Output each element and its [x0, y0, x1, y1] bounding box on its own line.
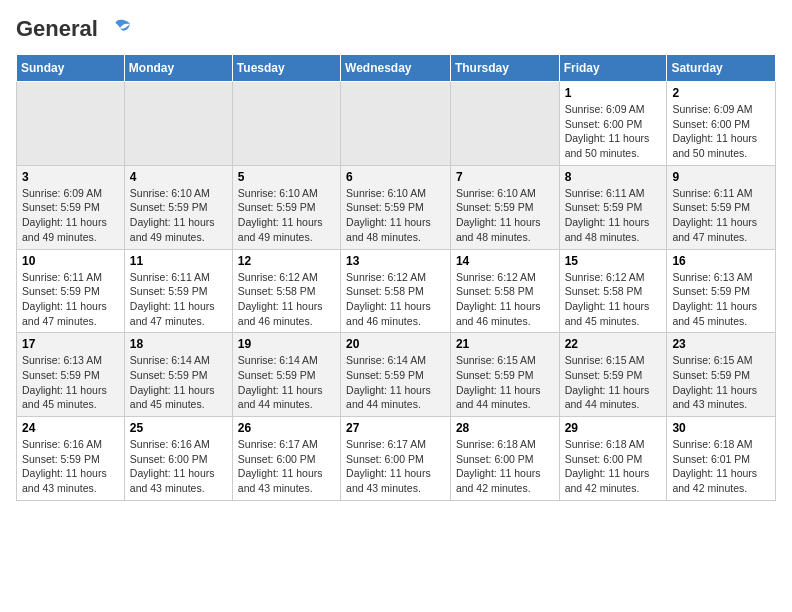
day-info: Sunrise: 6:11 AM Sunset: 5:59 PM Dayligh…: [22, 270, 119, 329]
calendar-day-cell: 10Sunrise: 6:11 AM Sunset: 5:59 PM Dayli…: [17, 249, 125, 333]
day-number: 18: [130, 337, 227, 351]
day-number: 19: [238, 337, 335, 351]
calendar-day-cell: 4Sunrise: 6:10 AM Sunset: 5:59 PM Daylig…: [124, 165, 232, 249]
calendar-header-row: SundayMondayTuesdayWednesdayThursdayFrid…: [17, 55, 776, 82]
day-info: Sunrise: 6:09 AM Sunset: 6:00 PM Dayligh…: [672, 102, 770, 161]
calendar-day-cell: 13Sunrise: 6:12 AM Sunset: 5:58 PM Dayli…: [341, 249, 451, 333]
day-info: Sunrise: 6:15 AM Sunset: 5:59 PM Dayligh…: [672, 353, 770, 412]
day-number: 25: [130, 421, 227, 435]
day-info: Sunrise: 6:10 AM Sunset: 5:59 PM Dayligh…: [346, 186, 445, 245]
calendar-day-cell: 1Sunrise: 6:09 AM Sunset: 6:00 PM Daylig…: [559, 82, 667, 166]
day-number: 10: [22, 254, 119, 268]
day-number: 22: [565, 337, 662, 351]
day-info: Sunrise: 6:13 AM Sunset: 5:59 PM Dayligh…: [672, 270, 770, 329]
calendar-day-cell: 22Sunrise: 6:15 AM Sunset: 5:59 PM Dayli…: [559, 333, 667, 417]
day-header-sunday: Sunday: [17, 55, 125, 82]
calendar-day-cell: 12Sunrise: 6:12 AM Sunset: 5:58 PM Dayli…: [232, 249, 340, 333]
day-header-saturday: Saturday: [667, 55, 776, 82]
calendar-week-row: 10Sunrise: 6:11 AM Sunset: 5:59 PM Dayli…: [17, 249, 776, 333]
day-info: Sunrise: 6:16 AM Sunset: 6:00 PM Dayligh…: [130, 437, 227, 496]
calendar-day-cell: 29Sunrise: 6:18 AM Sunset: 6:00 PM Dayli…: [559, 417, 667, 501]
day-number: 2: [672, 86, 770, 100]
day-info: Sunrise: 6:10 AM Sunset: 5:59 PM Dayligh…: [456, 186, 554, 245]
calendar-day-cell: 11Sunrise: 6:11 AM Sunset: 5:59 PM Dayli…: [124, 249, 232, 333]
day-number: 30: [672, 421, 770, 435]
day-info: Sunrise: 6:11 AM Sunset: 5:59 PM Dayligh…: [672, 186, 770, 245]
calendar-week-row: 1Sunrise: 6:09 AM Sunset: 6:00 PM Daylig…: [17, 82, 776, 166]
calendar-day-cell: 2Sunrise: 6:09 AM Sunset: 6:00 PM Daylig…: [667, 82, 776, 166]
calendar-day-cell: 15Sunrise: 6:12 AM Sunset: 5:58 PM Dayli…: [559, 249, 667, 333]
day-number: 12: [238, 254, 335, 268]
day-number: 21: [456, 337, 554, 351]
day-number: 8: [565, 170, 662, 184]
day-number: 16: [672, 254, 770, 268]
day-number: 17: [22, 337, 119, 351]
day-info: Sunrise: 6:12 AM Sunset: 5:58 PM Dayligh…: [456, 270, 554, 329]
calendar-day-cell: 5Sunrise: 6:10 AM Sunset: 5:59 PM Daylig…: [232, 165, 340, 249]
calendar-day-cell: 23Sunrise: 6:15 AM Sunset: 5:59 PM Dayli…: [667, 333, 776, 417]
day-info: Sunrise: 6:15 AM Sunset: 5:59 PM Dayligh…: [456, 353, 554, 412]
calendar-day-cell: 30Sunrise: 6:18 AM Sunset: 6:01 PM Dayli…: [667, 417, 776, 501]
calendar-day-cell: 14Sunrise: 6:12 AM Sunset: 5:58 PM Dayli…: [450, 249, 559, 333]
day-number: 20: [346, 337, 445, 351]
day-info: Sunrise: 6:09 AM Sunset: 6:00 PM Dayligh…: [565, 102, 662, 161]
calendar-day-cell: 9Sunrise: 6:11 AM Sunset: 5:59 PM Daylig…: [667, 165, 776, 249]
day-number: 29: [565, 421, 662, 435]
calendar-day-cell: 3Sunrise: 6:09 AM Sunset: 5:59 PM Daylig…: [17, 165, 125, 249]
day-number: 9: [672, 170, 770, 184]
calendar-day-cell: 20Sunrise: 6:14 AM Sunset: 5:59 PM Dayli…: [341, 333, 451, 417]
day-number: 13: [346, 254, 445, 268]
day-number: 14: [456, 254, 554, 268]
day-info: Sunrise: 6:12 AM Sunset: 5:58 PM Dayligh…: [565, 270, 662, 329]
day-info: Sunrise: 6:14 AM Sunset: 5:59 PM Dayligh…: [130, 353, 227, 412]
day-header-thursday: Thursday: [450, 55, 559, 82]
day-header-tuesday: Tuesday: [232, 55, 340, 82]
calendar-day-cell: 21Sunrise: 6:15 AM Sunset: 5:59 PM Dayli…: [450, 333, 559, 417]
day-info: Sunrise: 6:09 AM Sunset: 5:59 PM Dayligh…: [22, 186, 119, 245]
calendar-day-cell: 19Sunrise: 6:14 AM Sunset: 5:59 PM Dayli…: [232, 333, 340, 417]
day-number: 26: [238, 421, 335, 435]
day-number: 7: [456, 170, 554, 184]
logo: General: [16, 16, 132, 42]
day-info: Sunrise: 6:13 AM Sunset: 5:59 PM Dayligh…: [22, 353, 119, 412]
day-info: Sunrise: 6:15 AM Sunset: 5:59 PM Dayligh…: [565, 353, 662, 412]
calendar-week-row: 24Sunrise: 6:16 AM Sunset: 5:59 PM Dayli…: [17, 417, 776, 501]
calendar-table: SundayMondayTuesdayWednesdayThursdayFrid…: [16, 54, 776, 501]
day-info: Sunrise: 6:18 AM Sunset: 6:01 PM Dayligh…: [672, 437, 770, 496]
day-info: Sunrise: 6:10 AM Sunset: 5:59 PM Dayligh…: [238, 186, 335, 245]
day-info: Sunrise: 6:12 AM Sunset: 5:58 PM Dayligh…: [346, 270, 445, 329]
day-info: Sunrise: 6:11 AM Sunset: 5:59 PM Dayligh…: [130, 270, 227, 329]
calendar-day-cell: 25Sunrise: 6:16 AM Sunset: 6:00 PM Dayli…: [124, 417, 232, 501]
day-info: Sunrise: 6:11 AM Sunset: 5:59 PM Dayligh…: [565, 186, 662, 245]
day-info: Sunrise: 6:14 AM Sunset: 5:59 PM Dayligh…: [238, 353, 335, 412]
calendar-day-cell: 18Sunrise: 6:14 AM Sunset: 5:59 PM Dayli…: [124, 333, 232, 417]
calendar-day-cell: 28Sunrise: 6:18 AM Sunset: 6:00 PM Dayli…: [450, 417, 559, 501]
day-info: Sunrise: 6:18 AM Sunset: 6:00 PM Dayligh…: [456, 437, 554, 496]
day-info: Sunrise: 6:10 AM Sunset: 5:59 PM Dayligh…: [130, 186, 227, 245]
day-info: Sunrise: 6:17 AM Sunset: 6:00 PM Dayligh…: [238, 437, 335, 496]
calendar-day-cell: 6Sunrise: 6:10 AM Sunset: 5:59 PM Daylig…: [341, 165, 451, 249]
day-number: 5: [238, 170, 335, 184]
calendar-day-cell: 7Sunrise: 6:10 AM Sunset: 5:59 PM Daylig…: [450, 165, 559, 249]
calendar-week-row: 3Sunrise: 6:09 AM Sunset: 5:59 PM Daylig…: [17, 165, 776, 249]
day-number: 11: [130, 254, 227, 268]
logo-general-text: General: [16, 16, 98, 42]
day-number: 24: [22, 421, 119, 435]
day-info: Sunrise: 6:14 AM Sunset: 5:59 PM Dayligh…: [346, 353, 445, 412]
day-header-monday: Monday: [124, 55, 232, 82]
calendar-day-cell: [232, 82, 340, 166]
calendar-day-cell: 26Sunrise: 6:17 AM Sunset: 6:00 PM Dayli…: [232, 417, 340, 501]
day-info: Sunrise: 6:17 AM Sunset: 6:00 PM Dayligh…: [346, 437, 445, 496]
logo-bird-icon: [100, 18, 132, 38]
calendar-day-cell: [17, 82, 125, 166]
day-info: Sunrise: 6:12 AM Sunset: 5:58 PM Dayligh…: [238, 270, 335, 329]
calendar-day-cell: [450, 82, 559, 166]
calendar-day-cell: [341, 82, 451, 166]
day-number: 23: [672, 337, 770, 351]
calendar-day-cell: 24Sunrise: 6:16 AM Sunset: 5:59 PM Dayli…: [17, 417, 125, 501]
calendar-day-cell: 27Sunrise: 6:17 AM Sunset: 6:00 PM Dayli…: [341, 417, 451, 501]
day-info: Sunrise: 6:18 AM Sunset: 6:00 PM Dayligh…: [565, 437, 662, 496]
day-number: 1: [565, 86, 662, 100]
calendar-day-cell: [124, 82, 232, 166]
page-header: General: [16, 16, 776, 42]
